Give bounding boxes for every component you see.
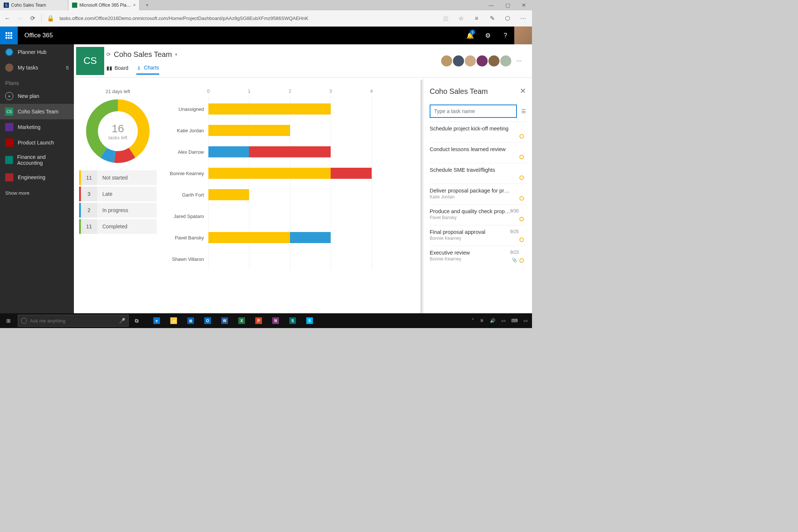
browser-tab-1[interactable]: S Coho Sales Team — [0, 0, 68, 10]
notifications-button[interactable]: 🔔 1 — [461, 27, 479, 44]
system-tray[interactable]: ˄ ⚞ 🔊 ▭ ⌨ ▭ — [472, 318, 532, 323]
nav-label: Planner Hub — [18, 49, 47, 55]
forward-icon[interactable]: → — [16, 15, 24, 22]
status-ring-icon[interactable] — [519, 175, 524, 180]
task-card[interactable]: Conduct lessons learned review — [430, 142, 526, 163]
taskbar-app[interactable]: S — [284, 313, 301, 328]
app-launcher-button[interactable] — [0, 27, 18, 44]
volume-icon[interactable]: 🔊 — [490, 318, 495, 323]
task-card[interactable]: Produce and quality check proposalPavel … — [430, 204, 526, 225]
cortana-icon — [21, 318, 27, 324]
refresh-icon[interactable]: ⟳ — [29, 15, 36, 22]
board-icon: ▮▮ — [106, 65, 112, 71]
task-card[interactable]: Deliver proposal package for productKati… — [430, 184, 526, 204]
list-options-icon[interactable]: ☰ — [521, 108, 526, 114]
status-ring-icon[interactable] — [519, 238, 524, 242]
task-card[interactable]: Schedule SME travel/flights — [430, 163, 526, 184]
settings-button[interactable]: ⚙ — [479, 27, 497, 44]
close-tab-icon[interactable]: × — [133, 3, 136, 8]
task-view-button[interactable]: ⧉ — [129, 313, 145, 328]
url-text[interactable]: tasks.office.com/Office2016Demo.onmicros… — [59, 16, 435, 21]
taskbar-app[interactable]: X — [233, 313, 250, 328]
legend-row[interactable]: 11 Completed — [79, 219, 157, 234]
member-avatar[interactable] — [488, 55, 500, 67]
taskbar-app[interactable]: P — [250, 313, 267, 328]
battery-icon[interactable]: ▭ — [501, 318, 505, 323]
help-button[interactable]: ? — [497, 27, 514, 44]
reading-view-icon[interactable]: ▥ — [440, 15, 451, 22]
browser-tab-2[interactable]: Microsoft Office 365 Pla… × — [68, 0, 140, 10]
close-window-button[interactable]: ✕ — [516, 0, 532, 10]
o365-brand[interactable]: Office 365 — [18, 27, 59, 44]
members-more-icon[interactable]: ⋯ — [514, 58, 525, 64]
favorite-icon[interactable]: ☆ — [456, 15, 466, 22]
nav-plan-item[interactable]: Marketing — [0, 119, 74, 135]
taskbar-app[interactable]: W — [216, 313, 233, 328]
nav-show-more[interactable]: Show more — [0, 185, 74, 201]
plan-members[interactable]: ⋯ — [443, 55, 532, 67]
bar-track — [208, 205, 412, 227]
plan-tile-icon: CS — [5, 108, 13, 116]
task-name: Deliver proposal package for product — [430, 188, 526, 194]
taskbar-app[interactable]: ⊞ — [183, 313, 199, 328]
status-ring-icon[interactable] — [519, 217, 524, 221]
cortana-search[interactable]: 🎤 — [18, 315, 129, 327]
nav-plan-item[interactable]: Product Launch — [0, 135, 74, 150]
legend-row[interactable]: 2 In progress — [79, 203, 157, 218]
legend-row[interactable]: 3 Late — [79, 187, 157, 201]
member-avatar[interactable] — [499, 55, 512, 67]
task-card[interactable]: Executive reviewBonnie Kearney9/23📎 — [430, 246, 526, 266]
user-avatar[interactable] — [514, 27, 532, 44]
nav-plan-item[interactable]: Engineering — [0, 170, 74, 185]
taskbar-app[interactable]: O — [200, 313, 216, 328]
nav-label: Finance and Accounting — [17, 154, 69, 166]
nav-planner-hub[interactable]: Planner Hub — [0, 44, 74, 60]
new-tab-button[interactable]: + — [140, 0, 154, 10]
member-avatar[interactable] — [452, 55, 465, 67]
task-list[interactable]: Schedule project kick-off meetingConduct… — [430, 122, 526, 328]
nav-new-plan[interactable]: + New plan — [0, 88, 74, 104]
member-avatar[interactable] — [440, 55, 453, 67]
wifi-icon[interactable]: ⚞ — [480, 318, 484, 323]
tray-chevron-icon[interactable]: ˄ — [472, 318, 474, 323]
plan-title[interactable]: Coho Sales Team — [114, 50, 172, 59]
task-card[interactable]: Final proposal approvalBonnie Kearney9/2… — [430, 225, 526, 246]
hub-icon[interactable]: ≡ — [471, 15, 482, 22]
nav-plan-item[interactable]: CSCoho Sales Team — [0, 104, 74, 119]
cortana-input[interactable] — [30, 318, 116, 324]
status-ring-icon[interactable] — [519, 196, 524, 201]
browser-tab-strip: S Coho Sales Team Microsoft Office 365 P… — [0, 0, 532, 10]
status-ring-icon[interactable] — [519, 258, 524, 263]
tab-board[interactable]: ▮▮ Board — [106, 65, 128, 75]
taskbar-app[interactable]: e — [149, 313, 165, 328]
scrollbar[interactable] — [420, 80, 423, 328]
more-icon[interactable]: ⋯ — [518, 15, 528, 22]
chevron-down-icon[interactable]: ▾ — [175, 52, 177, 57]
minimize-button[interactable]: — — [483, 0, 499, 10]
nav-my-tasks[interactable]: My tasks 5 — [0, 60, 74, 75]
taskbar-app[interactable]: 📁 — [166, 313, 182, 328]
tab-charts[interactable]: ⫫ Charts — [136, 65, 159, 75]
action-center-icon[interactable]: ▭ — [524, 318, 528, 323]
webnote-icon[interactable]: ✎ — [487, 15, 497, 22]
keyboard-icon[interactable]: ⌨ — [511, 318, 518, 323]
start-button[interactable]: ⊞ — [0, 318, 17, 324]
member-avatar[interactable] — [476, 55, 488, 67]
share-icon[interactable]: ⬡ — [502, 15, 513, 22]
new-task-input[interactable] — [430, 105, 517, 118]
status-ring-icon[interactable] — [519, 134, 524, 139]
axis-tick: 1 — [248, 89, 250, 94]
legend-row[interactable]: 11 Not started — [79, 170, 157, 185]
close-panel-icon[interactable]: ✕ — [520, 86, 526, 95]
member-avatar[interactable] — [464, 55, 477, 67]
status-donut-column: 21 days left 16 tasks left 11 Not starte… — [79, 89, 157, 328]
maximize-button[interactable]: ▢ — [499, 0, 516, 10]
taskbar-app[interactable]: N — [267, 313, 284, 328]
back-icon[interactable]: ← — [4, 15, 11, 22]
mic-icon[interactable]: 🎤 — [119, 318, 125, 324]
status-ring-icon[interactable] — [519, 155, 524, 159]
taskbar-app[interactable]: S — [301, 313, 318, 328]
task-card[interactable]: Schedule project kick-off meeting — [430, 122, 526, 142]
avatar-icon — [5, 64, 13, 72]
nav-plan-item[interactable]: Finance and Accounting — [0, 150, 74, 170]
